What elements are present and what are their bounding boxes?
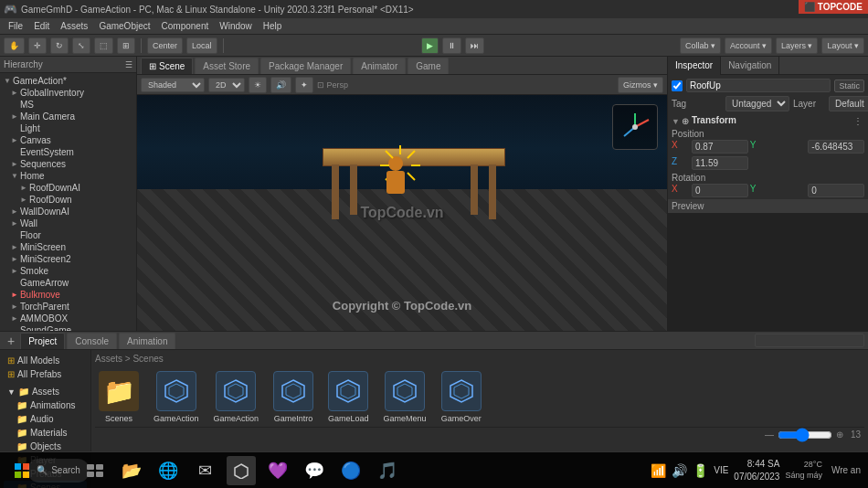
- hier-wall[interactable]: ► Wall: [0, 217, 136, 229]
- unity-taskbar-button[interactable]: [227, 456, 256, 485]
- hier-walldownai[interactable]: ► WallDownAI: [0, 206, 136, 217]
- hier-gamearrow[interactable]: GameArrow: [0, 277, 136, 289]
- battery-icon[interactable]: 🔋: [693, 463, 708, 478]
- view-dropdown[interactable]: 2D 3D: [208, 78, 245, 92]
- hier-ammobox[interactable]: ► AMMOBOX: [0, 313, 136, 324]
- menu-edit[interactable]: Edit: [29, 20, 54, 32]
- hier-floor[interactable]: Floor: [0, 229, 136, 241]
- asset-gamemenu[interactable]: GameMenu: [380, 367, 430, 427]
- add-panel-button[interactable]: +: [4, 334, 18, 348]
- search-button[interactable]: 🔍 Search: [44, 456, 73, 485]
- all-models-item[interactable]: ⊞ All Models: [4, 354, 87, 367]
- gizmos-btn[interactable]: Gizmos ▾: [618, 77, 663, 93]
- hierarchy-menu[interactable]: ☰: [125, 60, 132, 69]
- volume-icon[interactable]: 🔊: [672, 463, 687, 478]
- assets-grid[interactable]: 📁 Scenes GameAction: [95, 367, 864, 427]
- pos-y-input[interactable]: [808, 140, 864, 154]
- rot-x-input[interactable]: [692, 184, 748, 197]
- pos-z-input[interactable]: [692, 156, 748, 170]
- hier-bulkmove[interactable]: ► Bulkmove: [0, 289, 136, 301]
- collab-button[interactable]: Collab ▾: [680, 37, 721, 54]
- zoom-slider[interactable]: [778, 430, 832, 440]
- hier-soundgame[interactable]: SoundGame: [0, 324, 136, 331]
- tab-package-manager[interactable]: Package Manager: [260, 58, 351, 74]
- hier-roofdown[interactable]: ► RoofDown: [0, 194, 136, 206]
- hier-smoke[interactable]: ► Smoke: [0, 265, 136, 277]
- scene-gizmo[interactable]: [612, 104, 658, 150]
- pos-x-input[interactable]: [692, 140, 748, 154]
- hier-eventsystem[interactable]: EventSystem: [0, 146, 136, 158]
- pause-button[interactable]: ⏸: [442, 37, 461, 54]
- move-tool[interactable]: ✛: [28, 37, 47, 54]
- lighting-btn[interactable]: ☀: [249, 77, 267, 93]
- tab-asset-store[interactable]: Asset Store: [195, 58, 259, 74]
- asset-gameload[interactable]: GameLoad: [324, 367, 373, 427]
- asset-gameaction[interactable]: GameAction: [150, 367, 203, 427]
- rotate-tool[interactable]: ↻: [50, 37, 69, 54]
- local-global[interactable]: Local: [186, 37, 217, 54]
- hier-light[interactable]: Light: [0, 122, 136, 134]
- assets-root[interactable]: ▼ 📁 Assets: [4, 385, 87, 398]
- shading-dropdown[interactable]: Shaded Wireframe: [141, 78, 205, 92]
- menu-gameobject[interactable]: GameObject: [94, 20, 154, 32]
- tab-navigation[interactable]: Navigation: [721, 57, 779, 75]
- tab-inspector[interactable]: Inspector: [668, 57, 721, 75]
- hier-miniscreen[interactable]: ► MiniScreen: [0, 241, 136, 253]
- all-prefabs-item[interactable]: ⊞ All Prefabs: [4, 367, 87, 381]
- tab-console[interactable]: Console: [67, 333, 117, 349]
- scene-viewport[interactable]: TopCode.vn Copyright © TopCode.vn: [137, 95, 667, 331]
- scale-tool[interactable]: ⤡: [72, 37, 90, 54]
- folder-audio[interactable]: 📁 Audio: [4, 412, 87, 426]
- menu-help[interactable]: Help: [259, 20, 287, 32]
- hier-miniscreen2[interactable]: ► MiniScreen2: [0, 253, 136, 265]
- browser-button[interactable]: 🌐: [153, 456, 183, 485]
- folder-materials[interactable]: 📁 Materials: [4, 426, 87, 440]
- menu-file[interactable]: File: [4, 20, 27, 32]
- rect-tool[interactable]: ⬚: [94, 37, 113, 54]
- center-pivot[interactable]: Center: [147, 37, 183, 54]
- layout-button[interactable]: Layout ▾: [821, 37, 864, 54]
- folder-animations[interactable]: 📁 Animations: [4, 398, 87, 412]
- hier-canvas[interactable]: ► Canvas: [0, 134, 136, 146]
- play-button[interactable]: ▶: [421, 37, 439, 54]
- menu-window[interactable]: Window: [215, 20, 257, 32]
- network-icon[interactable]: 📶: [651, 463, 666, 478]
- chrome-taskbar-button[interactable]: 🔵: [336, 456, 365, 485]
- tab-animator[interactable]: Animator: [353, 58, 406, 74]
- step-button[interactable]: ⏭: [465, 37, 484, 54]
- menu-assets[interactable]: Assets: [56, 20, 92, 32]
- tab-project[interactable]: Project: [20, 333, 65, 349]
- audio-btn[interactable]: 🔊: [270, 77, 291, 93]
- hier-maincamera[interactable]: ► Main Camera: [0, 111, 136, 122]
- hier-sequences[interactable]: ► Sequences: [0, 158, 136, 170]
- active-checkbox[interactable]: [672, 80, 683, 91]
- spotify-taskbar-button[interactable]: 🎵: [373, 456, 402, 485]
- layer-dropdown[interactable]: Default: [829, 96, 868, 111]
- tab-game[interactable]: Game: [408, 58, 449, 74]
- tab-animation[interactable]: Animation: [119, 333, 175, 349]
- effects-btn[interactable]: ✦: [295, 77, 313, 93]
- task-view-button[interactable]: [80, 456, 110, 485]
- tab-scene[interactable]: ⊞ Scene: [141, 58, 193, 74]
- rot-y-input[interactable]: [808, 184, 864, 197]
- account-button[interactable]: Account ▾: [725, 37, 772, 54]
- asset-folder[interactable]: 📁 Scenes: [95, 367, 143, 427]
- system-clock[interactable]: 8:44 SA 07/06/2023: [734, 458, 779, 483]
- tag-dropdown[interactable]: Untagged: [725, 96, 789, 111]
- hier-torchparent[interactable]: ► TorchParent: [0, 301, 136, 313]
- hier-globalinventory[interactable]: ► GlobalInventory: [0, 87, 136, 99]
- hier-roofdownai[interactable]: ► RoofDownAI: [0, 182, 136, 194]
- menu-component[interactable]: Component: [157, 20, 214, 32]
- hierarchy-content[interactable]: ▼ GameAction* ► GlobalInventory MS ► Mai…: [0, 73, 136, 331]
- language-indicator[interactable]: VIE: [714, 465, 728, 475]
- layers-button[interactable]: Layers ▾: [776, 37, 819, 54]
- file-explorer-button[interactable]: 📂: [117, 456, 146, 485]
- asset-gameover[interactable]: GameOver: [438, 367, 485, 427]
- vs-taskbar-button[interactable]: 💜: [263, 456, 292, 485]
- hier-gameaction[interactable]: ▼ GameAction*: [0, 75, 136, 87]
- asset-gameaction2[interactable]: GameAction: [210, 367, 263, 427]
- hand-tool[interactable]: ✋: [4, 37, 25, 54]
- transform-settings[interactable]: ⋮: [853, 116, 863, 126]
- hier-home[interactable]: ▼ Home: [0, 170, 136, 182]
- transform-tool[interactable]: ⊞: [117, 37, 135, 54]
